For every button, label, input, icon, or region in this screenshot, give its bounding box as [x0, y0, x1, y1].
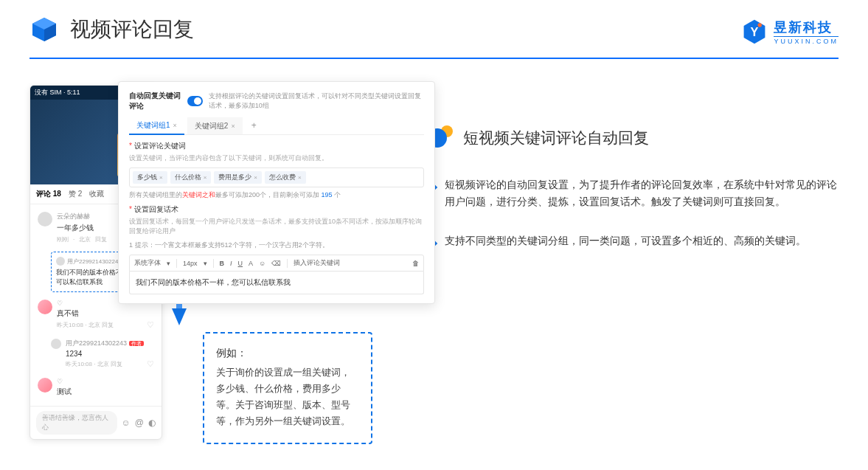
section-label: 设置回复话术 [129, 204, 424, 215]
logo-sub-text: YUUXIN.COM [774, 36, 839, 45]
color-icon[interactable]: A [249, 260, 253, 267]
comment-input[interactable]: 善语结善缘，恶言伤人心 [36, 411, 117, 435]
avatar [38, 378, 52, 393]
keyword-tag: 多少钱× [133, 171, 167, 184]
keyword-tag: 费用是多少× [214, 171, 262, 184]
emoji-icon[interactable]: ☺ [259, 260, 265, 267]
send-icon[interactable]: ◐ [148, 418, 156, 428]
keyword-group-tab-2[interactable]: 关键词组2× [187, 117, 243, 134]
remove-icon[interactable]: × [159, 174, 163, 181]
bullet-item: ◆ 支持不同类型的关键词分组，同一类问题，可设置多个相近的、高频的关键词。 [431, 233, 839, 250]
insert-keyword-button[interactable]: 插入评论关键词 [294, 258, 340, 268]
bold-icon[interactable]: B [220, 260, 225, 267]
avatar [51, 339, 61, 349]
comment-item: 用户2299214302243 作者 1234 昨天10:08 · 北京 回复♡ [30, 334, 162, 373]
keyword-count-hint: 所有关键词组里的关键词之和最多可添加200个，目前剩余可添加 195 个 [129, 190, 424, 200]
settings-panel: 自动回复关键词评论 支持根据评论的关键词设置回复话术，可以针对不同类型关键词设置… [118, 81, 435, 304]
avatar [38, 212, 52, 227]
keyword-tag: 什么价格× [170, 171, 212, 184]
svg-marker-7 [172, 308, 187, 325]
keyword-group-tab-1[interactable]: 关键词组1× [129, 117, 184, 135]
comment-item: ♡ 测试 [30, 373, 162, 403]
tab-likes[interactable]: 赞 2 [69, 189, 82, 199]
at-icon[interactable]: @ [135, 418, 144, 428]
remove-icon[interactable]: × [254, 174, 257, 181]
font-select[interactable]: 系统字体 [134, 258, 161, 268]
editor-toolbar: 系统字体▾ 14px▾ B I U A ☺ ⌫ 插入评论关键词 🗑 [129, 255, 424, 272]
keyword-input-box[interactable]: 多少钱× 什么价格× 费用是多少× 怎么收费× [129, 167, 424, 187]
svg-text:Y: Y [751, 25, 759, 38]
section-title: 短视频关键词评论自动回复 [463, 128, 649, 148]
underline-icon[interactable]: U [238, 260, 243, 267]
heart-icon[interactable]: ♡ [147, 320, 154, 330]
keyword-tag: 怎么收费× [265, 171, 306, 184]
close-icon[interactable]: × [173, 122, 177, 129]
example-callout: 例如： 关于询价的设置成一组关键词，多少钱、什么价格，费用多少等。关于咨询班型、… [203, 332, 372, 444]
bullet-item: ◆ 短视频评论的自动回复设置，为了提升作者的评论回复效率，在系统中针对常见的评论… [431, 177, 839, 211]
toggle-switch[interactable] [187, 96, 203, 106]
delete-icon[interactable]: 🗑 [412, 260, 419, 267]
heart-icon[interactable]: ♡ [147, 359, 154, 369]
section-label: 设置评论关键词 [129, 141, 424, 151]
panel-desc: 支持根据评论的关键词设置回复话术，可以针对不同类型关键词设置回复话术，最多添加1… [209, 91, 424, 111]
page-title: 视频评论回复 [70, 15, 194, 44]
italic-icon[interactable]: I [230, 260, 232, 267]
example-body: 关于询价的设置成一组关键词，多少钱、什么价格，费用多少等。关于咨询班型、版本、型… [216, 364, 359, 429]
svg-point-5 [758, 23, 762, 27]
company-logo: Y 昱新科技 YUUXIN.COM [741, 18, 839, 45]
avatar [38, 300, 52, 314]
avatar [56, 257, 65, 266]
example-title: 例如： [216, 347, 359, 360]
close-icon[interactable]: × [231, 122, 235, 130]
tab-favs[interactable]: 收藏 [89, 189, 104, 199]
add-group-button[interactable]: + [246, 117, 263, 134]
clear-icon[interactable]: ⌫ [271, 260, 281, 267]
reply-editor[interactable]: 我们不同的版本价格不一样，您可以私信联系我 [129, 272, 424, 294]
logo-main-text: 昱新科技 [774, 18, 839, 36]
panel-title: 自动回复关键词评论 [129, 91, 181, 111]
tab-comments[interactable]: 评论 18 [36, 189, 61, 199]
remove-icon[interactable]: × [298, 174, 302, 181]
emoji-icon[interactable]: ☺ [122, 418, 131, 428]
size-select[interactable]: 14px [183, 260, 198, 267]
remove-icon[interactable]: × [204, 174, 207, 181]
cube-icon [29, 15, 59, 44]
